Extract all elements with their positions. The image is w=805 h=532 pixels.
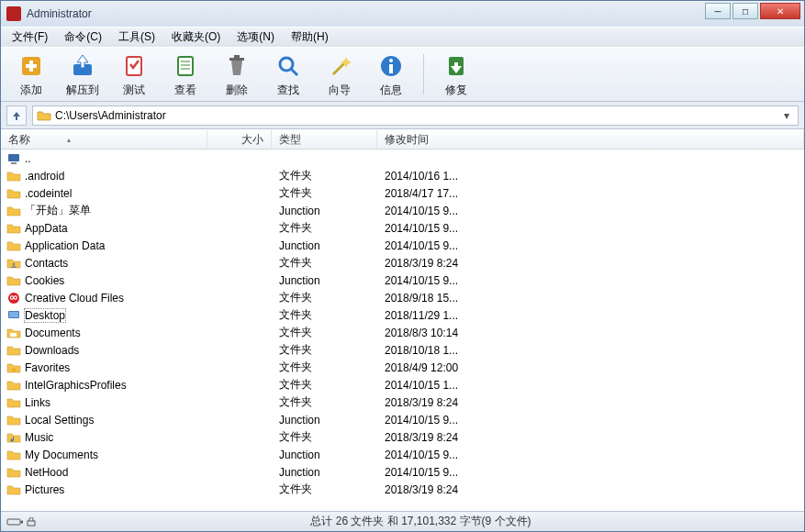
svg-text:∞: ∞: [10, 292, 18, 304]
menu-item[interactable]: 工具(S): [111, 28, 162, 47]
svg-rect-9: [229, 58, 244, 61]
toolbar-label: 添加: [20, 83, 42, 98]
file-row[interactable]: CookiesJunction2014/10/15 9...: [1, 272, 804, 289]
file-row[interactable]: ..: [1, 150, 804, 167]
file-row[interactable]: AppData文件夹2014/10/15 9...: [1, 219, 804, 237]
file-mtime: 2018/3/19 8:24: [377, 257, 804, 270]
file-icon: [6, 414, 21, 427]
app-icon: [6, 6, 21, 21]
menu-item[interactable]: 帮助(H): [284, 28, 336, 47]
file-row[interactable]: .codeintel文件夹2018/4/17 17...: [1, 184, 804, 202]
file-list[interactable]: ...android文件夹2014/10/16 1....codeintel文件…: [1, 150, 804, 511]
up-button[interactable]: [6, 105, 27, 126]
close-button[interactable]: ✕: [760, 3, 800, 19]
file-icon: ∞: [6, 292, 21, 305]
find-icon: [274, 51, 303, 81]
svg-rect-2: [26, 64, 37, 68]
column-header-name[interactable]: 名称▴: [1, 130, 207, 149]
maximize-button[interactable]: □: [732, 3, 758, 19]
file-icon: [6, 327, 21, 339]
file-mtime: 2014/10/15 9...: [377, 466, 804, 479]
toolbar-view-button[interactable]: 查看: [162, 51, 208, 98]
file-icon: [6, 466, 21, 479]
address-dropdown-icon[interactable]: ▾: [779, 109, 794, 122]
toolbar-label: 信息: [380, 83, 402, 98]
file-name: AppData: [25, 222, 68, 235]
menu-item[interactable]: 收藏夹(O): [164, 28, 228, 47]
file-row[interactable]: Links文件夹2018/3/19 8:24: [1, 393, 804, 411]
file-row[interactable]: 「开始」菜单Junction2014/10/15 9...: [1, 202, 804, 219]
file-mtime: 2018/3/19 8:24: [377, 483, 804, 496]
file-name: ..: [25, 152, 31, 165]
file-row[interactable]: My DocumentsJunction2014/10/15 9...: [1, 446, 804, 463]
svg-rect-5: [178, 57, 193, 75]
file-row[interactable]: IntelGraphicsProfiles文件夹2014/10/15 1...: [1, 376, 804, 393]
svg-line-12: [291, 69, 297, 75]
column-header-size[interactable]: 大小: [207, 130, 272, 149]
file-mtime: 2014/10/15 9...: [377, 222, 804, 235]
file-mtime: 2018/3/19 8:24: [377, 431, 804, 444]
toolbar-repair-button[interactable]: 修复: [433, 51, 479, 98]
toolbar-delete-button[interactable]: 删除: [214, 51, 260, 98]
toolbar-info-button[interactable]: 信息: [368, 51, 414, 98]
file-mtime: 2018/9/18 15...: [377, 292, 804, 305]
file-mtime: 2018/8/3 10:14: [377, 327, 804, 339]
file-name: My Documents: [25, 449, 98, 461]
file-row[interactable]: Desktop文件夹2018/11/29 1...: [1, 306, 804, 324]
toolbar-add-button[interactable]: 添加: [8, 51, 54, 98]
file-name: Pictures: [25, 483, 64, 496]
toolbar-label: 查找: [277, 83, 299, 98]
file-name: NetHood: [25, 466, 68, 479]
address-input[interactable]: [55, 109, 776, 122]
file-row[interactable]: Music文件夹2018/3/19 8:24: [1, 428, 804, 446]
file-row[interactable]: Contacts文件夹2018/3/19 8:24: [1, 254, 804, 272]
column-header-type[interactable]: 类型: [272, 130, 377, 149]
svg-point-14: [389, 59, 393, 62]
file-row[interactable]: Application DataJunction2014/10/15 9...: [1, 237, 804, 254]
file-icon: [6, 222, 21, 235]
file-icon: [6, 431, 21, 444]
file-mtime: 2014/10/16 1...: [377, 170, 804, 183]
file-icon: [6, 379, 21, 392]
menu-item[interactable]: 命令(C): [57, 28, 109, 47]
file-type: 文件夹: [272, 394, 377, 410]
menu-item[interactable]: 文件(F): [5, 28, 55, 47]
file-mtime: 2014/10/15 9...: [377, 449, 804, 461]
column-header-mtime[interactable]: 修改时间: [377, 130, 804, 149]
file-row[interactable]: ∞Creative Cloud Files文件夹2018/9/18 15...: [1, 289, 804, 306]
toolbar-find-button[interactable]: 查找: [265, 51, 311, 98]
address-field[interactable]: ▾: [32, 105, 799, 126]
file-name: 「开始」菜单: [25, 203, 91, 218]
info-icon: [376, 51, 406, 81]
file-type: Junction: [272, 449, 377, 461]
window-title: Administrator: [27, 7, 92, 20]
minimize-button[interactable]: ─: [705, 3, 731, 19]
file-type: 文件夹: [272, 377, 377, 393]
file-row[interactable]: Documents文件夹2018/8/3 10:14: [1, 324, 804, 341]
file-mtime: 2018/4/17 17...: [377, 187, 804, 200]
file-mtime: 2018/3/19 8:24: [377, 396, 804, 409]
file-row[interactable]: Favorites文件夹2018/4/9 12:00: [1, 359, 804, 376]
file-mtime: 2014/10/15 9...: [377, 205, 804, 217]
file-mtime: 2014/10/15 9...: [377, 239, 804, 252]
file-icon: [6, 361, 21, 374]
status-bar: 总计 26 文件夹 和 17,101,332 字节(9 个文件): [1, 511, 804, 531]
file-name: Music: [25, 431, 53, 444]
repair-icon: [442, 51, 471, 81]
toolbar-test-button[interactable]: 测试: [111, 51, 157, 98]
file-row[interactable]: .android文件夹2014/10/16 1...: [1, 167, 804, 184]
file-mtime: 2014/10/15 9...: [377, 414, 804, 427]
file-type: 文件夹: [272, 168, 377, 183]
toolbar-wizard-button[interactable]: 向导: [317, 51, 363, 98]
file-row[interactable]: NetHoodJunction2014/10/15 9...: [1, 463, 804, 481]
add-icon: [17, 51, 46, 81]
svg-rect-15: [389, 64, 393, 73]
menu-item[interactable]: 选项(N): [229, 28, 282, 47]
file-row[interactable]: Pictures文件夹2018/3/19 8:24: [1, 481, 804, 498]
toolbar-extract-button[interactable]: 解压到: [60, 51, 106, 98]
file-row[interactable]: Downloads文件夹2018/10/18 1...: [1, 341, 804, 359]
file-icon: [6, 309, 21, 322]
file-row[interactable]: Local SettingsJunction2014/10/15 9...: [1, 411, 804, 428]
test-icon: [119, 51, 149, 81]
menubar: 文件(F)命令(C)工具(S)收藏夹(O)选项(N)帮助(H): [1, 27, 804, 47]
